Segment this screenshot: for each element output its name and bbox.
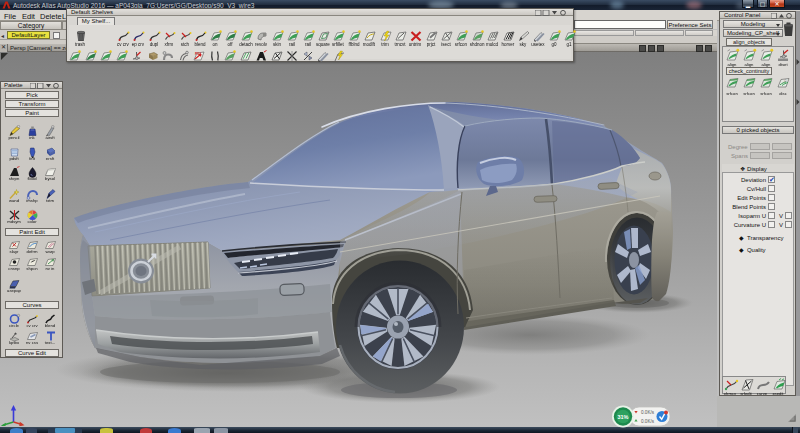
- svg-text:PIU: PIU: [195, 52, 201, 56]
- svg-text:31%: 31%: [617, 414, 628, 420]
- svg-text:0.0K/s: 0.0K/s: [641, 419, 655, 424]
- svg-text:0.0K/s: 0.0K/s: [641, 410, 655, 415]
- svg-text:△: △: [784, 78, 787, 82]
